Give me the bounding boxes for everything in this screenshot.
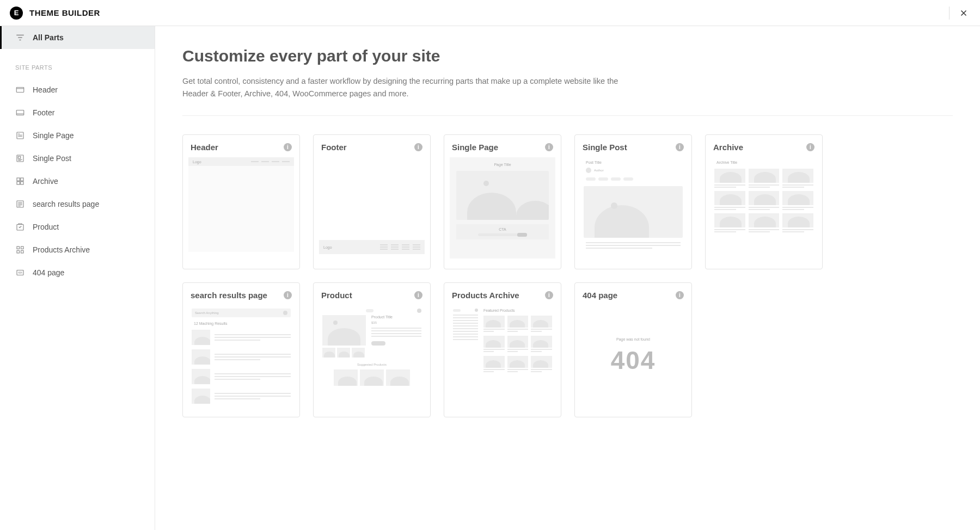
sidebar-item-single-page[interactable]: Single Page [0, 124, 155, 147]
card-preview: Archive Title [706, 157, 822, 269]
mock-archive-title: Archive Title [716, 161, 813, 164]
svg-text:404: 404 [18, 272, 22, 274]
card-single-post[interactable]: Single Post i Post Title Author [574, 134, 692, 269]
sidebar-item-archive[interactable]: Archive [0, 170, 155, 193]
product-icon [15, 222, 25, 232]
info-icon[interactable]: i [284, 143, 292, 151]
info-icon[interactable]: i [414, 291, 422, 299]
sidebar-all-parts-label: All Parts [33, 33, 64, 42]
products-archive-icon [15, 245, 25, 255]
mock-search-count: 12 Maching Results [194, 322, 291, 325]
sidebar-item-label: Header [33, 85, 58, 94]
mock-logo-text: Logo [323, 245, 332, 249]
info-icon[interactable]: i [545, 291, 553, 299]
svg-rect-1 [16, 110, 24, 115]
card-title: Header [191, 143, 218, 152]
svg-rect-6 [21, 178, 23, 181]
info-icon[interactable]: i [806, 143, 814, 151]
card-header-row: search results page i [183, 283, 299, 305]
card-preview: Search Anything 12 Maching Results [183, 305, 299, 417]
mock-featured-title: Featured Products [483, 309, 552, 312]
app-title: THEME BUILDER [29, 8, 100, 17]
info-icon[interactable]: i [414, 143, 422, 151]
close-button[interactable] [957, 7, 970, 20]
footer-icon [15, 108, 25, 118]
svg-rect-11 [17, 246, 20, 249]
info-icon[interactable]: i [676, 291, 684, 299]
info-icon[interactable]: i [284, 291, 292, 299]
card-title: Product [321, 291, 352, 300]
card-single-page[interactable]: Single Page i Page Title CTA [444, 134, 561, 269]
sidebar-item-product[interactable]: Product [0, 215, 155, 238]
card-product[interactable]: Product i Product Title [313, 282, 431, 417]
card-title: Single Post [583, 143, 627, 152]
card-preview: Product Title $35 Suggested Products [314, 305, 430, 417]
card-search-results[interactable]: search results page i Search Anything 12… [182, 282, 300, 417]
svg-rect-7 [17, 182, 20, 184]
sidebar-item-products-archive[interactable]: Products Archive [0, 238, 155, 261]
card-header-row: Product i [314, 283, 430, 305]
card-archive[interactable]: Archive i Archive Title [705, 134, 823, 269]
card-header-row: Single Post i [575, 135, 691, 157]
sidebar-item-label: Footer [33, 108, 54, 117]
sidebar-item-label: 404 page [33, 268, 64, 277]
error-404-icon: 404 [15, 268, 25, 278]
single-page-icon [15, 131, 25, 140]
svg-rect-2 [17, 132, 23, 139]
single-post-icon [15, 153, 25, 163]
card-preview: Post Title Author [575, 157, 691, 269]
card-preview: Page Title CTA [444, 157, 561, 269]
sidebar-all-parts[interactable]: All Parts [0, 26, 155, 49]
sidebar-section-label: SITE PARTS [0, 49, 155, 78]
card-title: Footer [321, 143, 347, 152]
info-icon[interactable]: i [545, 143, 553, 151]
app-header: E THEME BUILDER [0, 0, 980, 26]
mock-logo-text: Logo [193, 160, 201, 164]
card-title: Archive [713, 143, 743, 152]
sidebar: All Parts SITE PARTS Header Footer Singl… [0, 26, 155, 530]
svg-rect-4 [18, 156, 21, 158]
mock-404-number: 404 [611, 346, 656, 375]
card-header-row: 404 page i [575, 283, 691, 305]
app-header-right [949, 7, 970, 20]
sidebar-item-search-results[interactable]: search results page [0, 193, 155, 215]
mock-product-title: Product Title [371, 315, 421, 319]
mock-post-title: Post Title [586, 161, 683, 164]
svg-rect-13 [17, 251, 20, 254]
card-footer[interactable]: Footer i Logo [313, 134, 431, 269]
mock-cta-text: CTA [499, 227, 506, 231]
app-logo-letter: E [14, 9, 19, 17]
card-title: 404 page [583, 291, 617, 300]
mock-product-price: $35 [371, 321, 421, 324]
app-logo: E [10, 7, 23, 20]
card-header-row: Archive i [706, 135, 822, 157]
layout: All Parts SITE PARTS Header Footer Singl… [0, 26, 980, 530]
mock-search-placeholder: Search Anything [195, 311, 219, 315]
sidebar-item-404[interactable]: 404 404 page [0, 261, 155, 284]
card-404[interactable]: 404 page i Page was not found 404 [574, 282, 692, 417]
sidebar-item-label: Single Post [33, 154, 71, 163]
mock-suggested-title: Suggested Products [322, 363, 421, 366]
card-preview: Page was not found 404 [575, 305, 691, 417]
card-header[interactable]: Header i Logo [182, 134, 300, 269]
svg-rect-8 [21, 182, 23, 184]
svg-rect-14 [21, 251, 24, 254]
divider [182, 115, 953, 116]
sidebar-item-header[interactable]: Header [0, 78, 155, 101]
sidebar-item-label: Archive [33, 177, 58, 186]
card-header-row: Header i [183, 135, 299, 157]
card-preview: Logo [183, 157, 299, 269]
card-header-row: Single Page i [444, 135, 561, 157]
header-divider [949, 7, 950, 20]
info-icon[interactable]: i [676, 143, 684, 151]
mock-author-text: Author [594, 169, 604, 172]
sidebar-item-label: Product [33, 223, 59, 231]
svg-rect-0 [16, 88, 24, 93]
svg-rect-5 [17, 178, 20, 181]
card-title: Single Page [452, 143, 498, 152]
sidebar-item-single-post[interactable]: Single Post [0, 147, 155, 170]
card-products-archive[interactable]: Products Archive i [444, 282, 561, 417]
sidebar-item-footer[interactable]: Footer [0, 101, 155, 124]
page-description: Get total control, consistency and a fas… [182, 75, 629, 100]
close-icon [959, 8, 969, 18]
